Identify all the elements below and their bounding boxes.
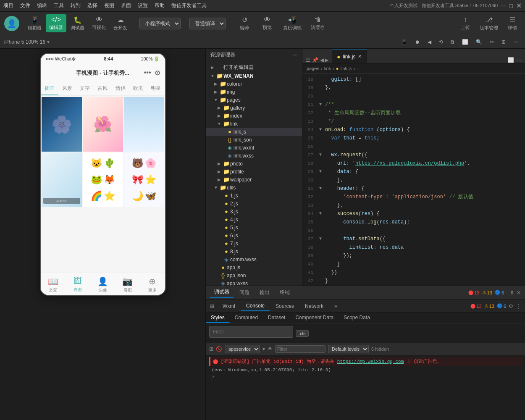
tree-item-link-json[interactable]: {} link.json: [206, 136, 302, 144]
split-icon[interactable]: ⬜: [459, 38, 471, 46]
phone-bottom-photo[interactable]: 📷 看图: [115, 276, 140, 293]
tree-item-commwxss[interactable]: ◈ comm.wxss: [206, 255, 302, 263]
phone-grid-item-2[interactable]: 🌺: [83, 97, 123, 152]
menu-item-wechat[interactable]: 微信开发者工具: [171, 2, 207, 9]
tree-item-2js[interactable]: ● 2.js: [206, 200, 302, 207]
editor-button[interactable]: </> 编辑器: [46, 14, 66, 32]
appservice-select[interactable]: appservice: [225, 345, 260, 353]
tree-item-photo[interactable]: ▶ 📁 photo: [206, 160, 302, 168]
visual-button[interactable]: 👁 可视化: [89, 14, 109, 32]
rotate-icon[interactable]: ⟲: [436, 38, 446, 46]
tree-item-link[interactable]: ▼ 📁 link: [206, 120, 302, 128]
phone-bottom-illustration[interactable]: 🖼 表图: [66, 276, 90, 293]
error-link[interactable]: https://mp.weixin.qq.com: [337, 359, 404, 364]
tree-item-appjson[interactable]: {} app.json: [206, 271, 302, 279]
tab-close-icon[interactable]: ✕: [358, 54, 362, 59]
code-tab-linkjs[interactable]: ● link.js ✕: [332, 50, 367, 63]
file-panel-more-icon[interactable]: ⋯: [293, 52, 298, 58]
clear-cache-button[interactable]: 🗑 清缓存: [307, 14, 328, 32]
breadcrumb-link[interactable]: link: [324, 66, 331, 71]
devtools-tab-more[interactable]: »: [329, 302, 342, 311]
phone-grid-item-1[interactable]: 🌸: [42, 97, 82, 152]
console-clear-icon[interactable]: 🚫: [216, 346, 222, 352]
more-tabs-icon[interactable]: ⋯: [517, 57, 522, 63]
phone-grid-item-4[interactable]: anime: [42, 152, 82, 207]
phone-tab-western[interactable]: 欧美: [129, 82, 147, 95]
phone-menu-icon[interactable]: •••: [144, 69, 151, 77]
menu-item-help[interactable]: 帮助: [155, 2, 165, 9]
menu-item-settings[interactable]: 设置: [138, 2, 148, 9]
split-editor-icon[interactable]: ⬜: [508, 57, 514, 63]
debugger-button[interactable]: 🐛 调试器: [67, 14, 88, 33]
real-debug-button[interactable]: 📲 真机调试: [280, 14, 305, 33]
phone-bottom-more[interactable]: ⊕ 更多: [140, 276, 165, 293]
phone-grid-item-6[interactable]: 🐻🌸🎀 ⭐🌙🦋: [124, 152, 164, 207]
devtools-settings-icon[interactable]: ⚙: [509, 303, 513, 309]
phone-bottom-avatar[interactable]: 👤 头像: [90, 276, 115, 293]
tab-forward-icon[interactable]: ▶: [325, 57, 328, 63]
menu-item-select[interactable]: 选择: [87, 2, 97, 9]
console-sidebar-icon[interactable]: ⊞: [209, 346, 213, 352]
tree-item-colorui[interactable]: ▶ 📁 colorui: [206, 80, 302, 88]
tree-item-pages[interactable]: ▼ 📁 pages: [206, 96, 302, 104]
tree-item-link-js[interactable]: ● link.js: [206, 128, 302, 136]
styles-tab-component[interactable]: Component Data: [290, 313, 339, 323]
tab-pin-icon[interactable]: 📌: [312, 57, 318, 63]
grid-icon[interactable]: ⊞: [499, 38, 508, 46]
filter-input[interactable]: [209, 326, 293, 338]
tree-item-img[interactable]: ▶ 📁 img: [206, 88, 302, 96]
styles-tab-scope[interactable]: Scope Data: [339, 313, 375, 323]
preview-button[interactable]: 👁 预览: [257, 14, 277, 32]
version-button[interactable]: ⎇ 版本管理: [476, 14, 501, 33]
phone-bottom-text[interactable]: 📖 文宝: [41, 276, 66, 293]
record-icon[interactable]: ⏺: [412, 38, 423, 46]
compile-button[interactable]: ↺ 编译: [234, 14, 255, 33]
console-dropdown-icon[interactable]: ▾: [262, 346, 265, 352]
bottom-tab-output[interactable]: 输出: [255, 287, 274, 298]
phone-grid-item-3[interactable]: [124, 97, 164, 152]
console-filter-input[interactable]: [275, 345, 326, 353]
devtools-tab-sources[interactable]: Sources: [270, 302, 299, 311]
menu-item-project[interactable]: 项目: [3, 2, 13, 9]
bottom-tab-debugger[interactable]: 调试器: [210, 287, 234, 298]
detail-button[interactable]: ☰ 详情: [504, 14, 521, 33]
project-root[interactable]: ▼ 📁 WX_WENAN: [206, 72, 302, 80]
phone-tab-text[interactable]: 文字: [76, 82, 94, 95]
phone-grid-item-5[interactable]: 🐱🌵🐸 🦊🌈⭐: [83, 152, 123, 207]
opened-editors-section[interactable]: ▶ 打开的编辑器: [206, 63, 302, 72]
tab-list-icon[interactable]: ☰: [306, 57, 310, 63]
tree-item-gallery[interactable]: ▶ 📁 gallery: [206, 104, 302, 112]
bottom-tab-terminal[interactable]: 终端: [276, 287, 294, 298]
minimize-button[interactable]: ─: [501, 2, 506, 10]
simulator-button[interactable]: 📱 模拟器: [24, 14, 45, 33]
console-eye-icon[interactable]: 👁: [268, 346, 273, 352]
phone-tab-couple[interactable]: 情侣: [112, 82, 129, 95]
tree-item-wallpaper[interactable]: ▶ 📁 wallpaper: [206, 176, 302, 184]
tree-item-link-wxss[interactable]: ◈ link.wxss: [206, 152, 302, 160]
tree-item-profile[interactable]: ▶ 📁 profile: [206, 168, 302, 176]
menu-item-tools[interactable]: 工具: [54, 2, 64, 9]
breadcrumb-pages[interactable]: pages: [307, 66, 319, 71]
phone-tab-scenery[interactable]: 风景: [58, 82, 76, 95]
phone-tab-star[interactable]: 明星: [147, 82, 165, 95]
menu-item-goto[interactable]: 转到: [71, 2, 81, 9]
tree-item-8js[interactable]: ● 8.js: [206, 247, 302, 255]
tree-item-4js[interactable]: ● 4.js: [206, 215, 302, 223]
phone-search-nav-icon[interactable]: ⊙: [155, 69, 160, 77]
tab-back-icon[interactable]: ◀: [320, 57, 324, 63]
menu-item-edit[interactable]: 编辑: [37, 2, 47, 9]
upload-button[interactable]: ↑ 上传: [457, 14, 474, 32]
rewind-icon[interactable]: ◀: [425, 38, 434, 46]
tree-item-link-wxml[interactable]: ◈ link.wxml: [206, 144, 302, 152]
breadcrumb-ellipsis[interactable]: ...: [357, 66, 361, 71]
styles-tab-styles[interactable]: Styles: [206, 313, 230, 323]
cloud-button[interactable]: ☁ 云开发: [110, 14, 131, 33]
copy-icon[interactable]: ⧉: [448, 38, 457, 46]
user-avatar[interactable]: 👤: [4, 16, 19, 31]
cls-button[interactable]: .cls: [296, 330, 309, 337]
close-button[interactable]: ✕: [516, 2, 522, 10]
phone-tab-ancient[interactable]: 古风: [94, 82, 111, 95]
tree-item-6js[interactable]: ● 6.js: [206, 231, 302, 239]
phone-tab-illustration[interactable]: 插画: [41, 82, 58, 95]
expand-panel-icon[interactable]: ⬆: [510, 290, 514, 296]
